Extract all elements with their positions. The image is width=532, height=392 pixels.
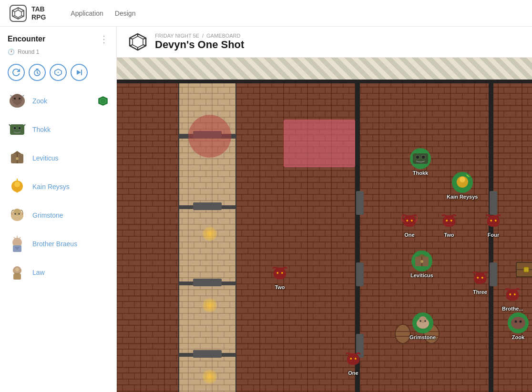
svg-point-88 (420, 260, 423, 263)
svg-point-94 (515, 321, 517, 323)
token-label-brother: Brothe... (502, 306, 523, 312)
svg-point-109 (514, 293, 516, 295)
svg-point-10 (58, 72, 59, 73)
char-item-zook[interactable]: Zook (0, 87, 116, 115)
token-label-enemy-four: Four (488, 232, 499, 238)
char-name-thokk: Thokk (32, 126, 51, 133)
char-name-kain: Kain Reysys (32, 183, 70, 191)
more-menu-button[interactable]: ⋮ (99, 33, 109, 45)
token-zook[interactable]: Zook (508, 312, 529, 340)
svg-point-14 (19, 98, 20, 100)
map-area[interactable]: Thokk Kain Reysys (117, 58, 532, 392)
token-enemy-three[interactable]: Three (470, 267, 491, 295)
token-kain[interactable]: Kain Reysys (447, 172, 478, 200)
token-leviticus[interactable]: Leviticus (410, 251, 433, 278)
token-circle-enemy-two-left (269, 262, 290, 283)
token-thokk[interactable]: Thokk (410, 148, 431, 176)
breadcrumb-campaign: FRIDAY NIGHT 5E (155, 33, 199, 39)
svg-point-90 (419, 316, 427, 323)
nav-links: Application Design (71, 10, 135, 17)
token-enemy-one-bottom[interactable]: One (343, 348, 364, 376)
token-label-enemy-one-bottom: One (348, 370, 358, 376)
svg-point-83 (421, 155, 425, 159)
char-item-brother[interactable]: Brother Braeus (0, 230, 116, 258)
gameboard-name: Devyn's One Shot (155, 39, 244, 51)
gameboard-icon (128, 32, 147, 51)
svg-rect-33 (13, 274, 21, 280)
pink-highlight (284, 120, 355, 167)
next-turn-button[interactable] (71, 64, 88, 81)
logo: TAB RPG (10, 5, 46, 22)
torch-3 (203, 370, 217, 384)
svg-point-28 (15, 213, 16, 215)
token-enemy-four[interactable]: Four (483, 210, 504, 238)
token-label-zook: Zook (512, 334, 524, 340)
avatar-kain (8, 177, 27, 196)
svg-point-107 (495, 220, 497, 221)
sidebar-header: Encounter ⋮ (0, 27, 116, 49)
svg-point-82 (416, 155, 419, 159)
character-list: Zook (0, 87, 116, 392)
svg-point-92 (424, 320, 426, 322)
content-area: FRIDAY NIGHT 5E / GAMEBOARD Devyn's One … (117, 27, 532, 392)
torch-1 (203, 227, 217, 241)
char-item-kain[interactable]: Kain Reysys (0, 172, 116, 201)
torch-2 (203, 298, 217, 312)
token-grimstone[interactable]: Grimstone (409, 312, 436, 340)
top-nav: TAB RPG Application Design (0, 0, 532, 27)
char-gem-zook (97, 95, 109, 107)
breadcrumb-section: GAMEBOARD (206, 33, 241, 39)
char-item-leviticus[interactable]: Leviticus (0, 144, 116, 172)
avatar-zook (8, 91, 27, 111)
svg-point-91 (419, 320, 421, 322)
token-enemy-one[interactable]: One (399, 210, 420, 238)
svg-point-34 (15, 268, 19, 271)
avatar-thokk (8, 120, 27, 139)
svg-point-108 (510, 293, 512, 295)
char-item-law[interactable]: Law (0, 258, 116, 287)
main-layout: Encounter ⋮ 🕐 Round 1 (0, 27, 532, 392)
avatar-brother (8, 234, 27, 253)
token-enemy-two[interactable]: Two (439, 210, 460, 238)
avatar-law (8, 263, 27, 282)
sidebar: Encounter ⋮ 🕐 Round 1 (0, 27, 117, 392)
timer-button[interactable] (29, 64, 46, 81)
nav-application[interactable]: Application (71, 10, 103, 17)
svg-point-29 (19, 213, 20, 215)
svg-point-13 (14, 98, 16, 100)
svg-point-100 (350, 358, 352, 360)
token-label-grimstone: Grimstone (409, 334, 436, 340)
token-circle-grimstone (412, 312, 433, 333)
dungeon-background (117, 58, 532, 392)
refresh-button[interactable] (8, 64, 25, 81)
char-name-brother: Brother Braeus (32, 240, 77, 248)
svg-marker-1 (15, 10, 21, 18)
round-info: 🕐 Round 1 (0, 49, 116, 60)
svg-point-85 (460, 177, 465, 182)
token-circle-brother (502, 284, 523, 305)
svg-point-106 (490, 220, 492, 221)
gameboard-header: FRIDAY NIGHT 5E / GAMEBOARD Devyn's One … (117, 27, 532, 58)
svg-point-19 (18, 127, 21, 130)
svg-marker-36 (133, 36, 143, 48)
nav-design[interactable]: Design (115, 10, 136, 17)
svg-point-96 (406, 220, 408, 221)
svg-point-99 (281, 272, 283, 274)
token-circle-enemy-one-bottom (343, 348, 364, 369)
token-brother[interactable]: Brothe... (502, 284, 523, 312)
svg-point-103 (450, 220, 452, 221)
token-label-enemy-two: Two (444, 232, 454, 238)
svg-point-98 (276, 272, 278, 274)
svg-point-22 (16, 157, 19, 160)
char-item-thokk[interactable]: Thokk (0, 115, 116, 144)
svg-point-105 (481, 277, 483, 279)
char-name-law: Law (32, 269, 45, 276)
char-item-grimstone[interactable]: Grimstone (0, 201, 116, 230)
token-circle-kain (452, 172, 473, 193)
token-enemy-two-left[interactable]: Two (269, 262, 290, 290)
dice-button[interactable] (50, 64, 67, 81)
token-label-leviticus: Leviticus (410, 272, 433, 278)
token-circle-thokk (410, 148, 431, 169)
char-name-leviticus: Leviticus (32, 154, 58, 162)
svg-line-6 (12, 16, 15, 16)
